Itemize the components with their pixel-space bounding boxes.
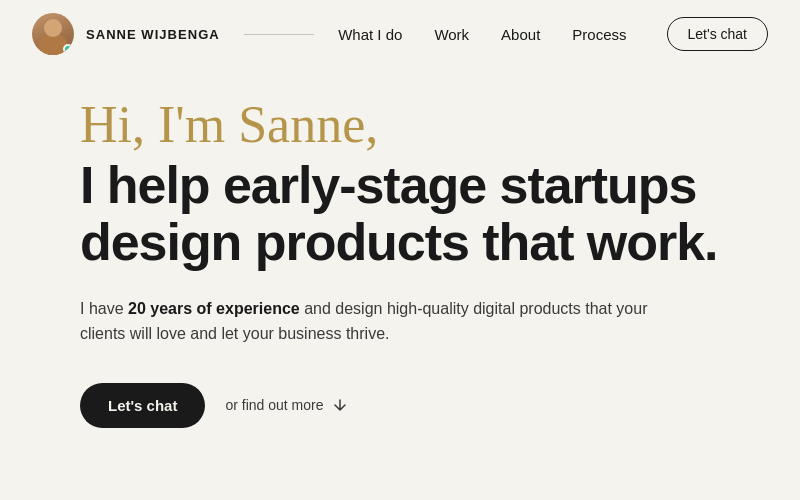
navbar: SANNE WIJBENGA What I do Work About Proc…: [0, 0, 800, 68]
avatar-online-dot: [63, 44, 73, 54]
nav-link-work[interactable]: Work: [434, 26, 469, 43]
hero-body-bold: 20 years of experience: [128, 300, 300, 317]
hero-headline-line2: design products that work.: [80, 213, 717, 271]
find-out-more-link[interactable]: or find out more: [225, 396, 349, 414]
nav-brand: SANNE WIJBENGA: [32, 13, 220, 55]
nav-divider: [244, 34, 314, 35]
nav-name: SANNE WIJBENGA: [86, 27, 220, 42]
nav-link-process[interactable]: Process: [572, 26, 626, 43]
nav-link-about[interactable]: About: [501, 26, 540, 43]
find-out-more-label: or find out more: [225, 397, 323, 413]
hero-cta-button[interactable]: Let's chat: [80, 383, 205, 428]
nav-link-what-i-do[interactable]: What I do: [338, 26, 402, 43]
hero-headline-line1: I help early-stage startups: [80, 156, 696, 214]
hero-body-prefix: I have: [80, 300, 128, 317]
hero-actions: Let's chat or find out more: [80, 383, 720, 428]
nav-links: What I do Work About Process Let's chat: [338, 17, 768, 51]
avatar: [32, 13, 74, 55]
hero-headline: I help early-stage startups design produ…: [80, 157, 720, 271]
hero-body-text: I have 20 years of experience and design…: [80, 296, 660, 347]
arrow-down-icon: [331, 396, 349, 414]
nav-cta-button[interactable]: Let's chat: [667, 17, 769, 51]
hero-greeting: Hi, I'm Sanne,: [80, 96, 720, 153]
hero-section: Hi, I'm Sanne, I help early-stage startu…: [0, 68, 800, 428]
